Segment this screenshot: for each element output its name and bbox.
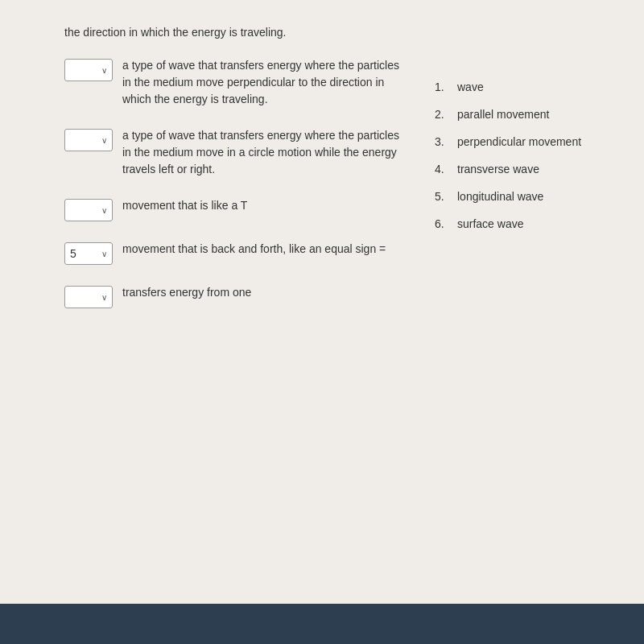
list-label-2: parallel movement	[457, 108, 549, 121]
list-item-1: 1. wave	[435, 80, 612, 93]
definition-row-3: ∨ movement that is like a T	[64, 197, 402, 221]
list-num-2: 2.	[435, 108, 451, 121]
definition-row-1: ∨ a type of wave that transfers energy w…	[64, 57, 402, 108]
list-num-1: 1.	[435, 80, 451, 93]
list-item-2: 2. parallel movement	[435, 108, 612, 121]
definition-text-2: a type of wave that transfers energy whe…	[122, 127, 402, 178]
definition-text-3: movement that is like a T	[122, 197, 402, 214]
page-container: the direction in which the energy is tra…	[0, 0, 644, 644]
list-num-5: 5.	[435, 190, 451, 203]
chevron-1-icon: ∨	[101, 66, 107, 75]
list-label-4: transverse wave	[457, 163, 539, 175]
definition-row-5: ∨ transfers energy from one	[64, 284, 402, 308]
dropdown-4[interactable]: 5 ∨	[64, 242, 113, 265]
definition-text-5: transfers energy from one	[122, 284, 402, 301]
list-item-3: 3. perpendicular movement	[435, 135, 612, 148]
definition-row-2: ∨ a type of wave that transfers energy w…	[64, 127, 402, 178]
list-num-6: 6.	[435, 217, 451, 230]
left-column: the direction in which the energy is tra…	[64, 24, 402, 588]
list-label-6: surface wave	[457, 217, 523, 230]
definition-text-4: movement that is back and forth, like an…	[122, 241, 402, 258]
chevron-3-icon: ∨	[101, 206, 107, 215]
list-num-3: 3.	[435, 135, 451, 148]
list-label-1: wave	[457, 80, 484, 93]
bottom-bar	[0, 604, 644, 644]
chevron-2-icon: ∨	[101, 136, 107, 145]
chevron-5-icon: ∨	[101, 293, 107, 302]
list-label-3: perpendicular movement	[457, 135, 581, 148]
list-num-4: 4.	[435, 163, 451, 175]
definition-text-1: a type of wave that transfers energy whe…	[122, 57, 402, 108]
intro-text: the direction in which the energy is tra…	[64, 24, 402, 41]
definition-row-4: 5 ∨ movement that is back and forth, lik…	[64, 241, 402, 265]
list-item-6: 6. surface wave	[435, 217, 612, 230]
list-item-4: 4. transverse wave	[435, 163, 612, 175]
list-label-5: longitudinal wave	[457, 190, 543, 203]
dropdown-3[interactable]: ∨	[64, 199, 113, 221]
dropdown-1[interactable]: ∨	[64, 59, 113, 81]
content-area: the direction in which the energy is tra…	[0, 0, 644, 604]
list-item-5: 5. longitudinal wave	[435, 190, 612, 203]
dropdown-5[interactable]: ∨	[64, 286, 113, 308]
right-column: 1. wave 2. parallel movement 3. perpendi…	[435, 24, 612, 588]
dropdown-2[interactable]: ∨	[64, 129, 113, 151]
chevron-4-icon: ∨	[101, 250, 107, 258]
dropdown-4-value: 5	[70, 247, 76, 260]
